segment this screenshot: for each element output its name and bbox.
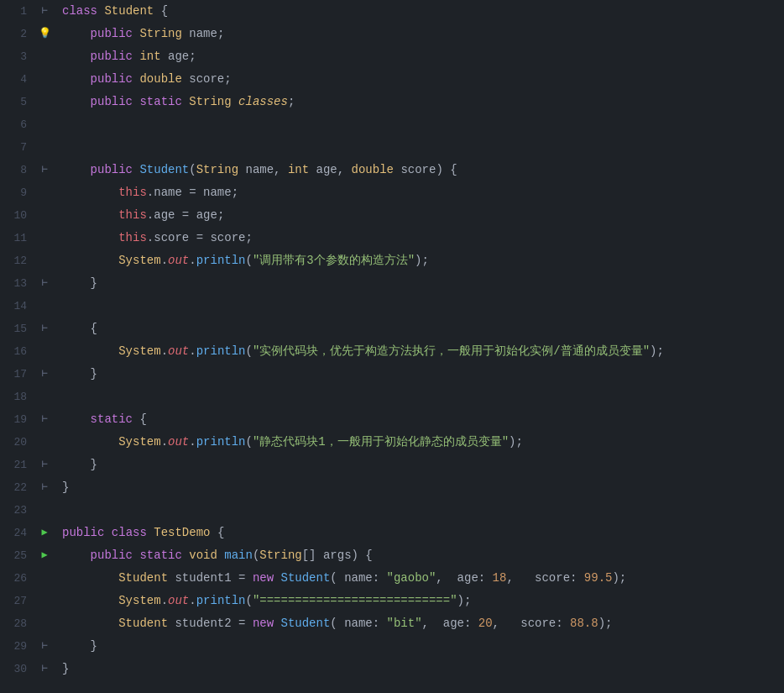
bulb-icon-2[interactable]: 💡 <box>35 23 54 45</box>
fold-icon-8[interactable]: ⊢ <box>35 159 54 181</box>
code-line-27: System.out.println("====================… <box>62 590 776 612</box>
code-line-7 <box>62 136 776 159</box>
fold-icon-29[interactable]: ⊢ <box>35 635 54 658</box>
code-line-12: System.out.println("调用带有3个参数的构造方法"); <box>62 249 776 272</box>
code-line-25: public static void main(String[] args) { <box>62 544 776 567</box>
code-line-1: class Student { <box>62 0 776 23</box>
code-line-10: this.age = age; <box>62 204 776 227</box>
code-line-9: this.name = name; <box>62 181 776 204</box>
code-line-18 <box>62 386 776 408</box>
code-line-15: { <box>62 318 776 340</box>
code-line-24: public class TestDemo { <box>62 522 776 544</box>
gutter-icons: ⊢ 💡 ⊢ ⊢ ⊢ ⊢ ⊢ ⊢ ⊢ ▶ ▶ ⊢ ⊢ <box>35 0 54 693</box>
code-line-22: } <box>62 476 776 499</box>
fold-icon-22[interactable]: ⊢ <box>35 476 54 499</box>
code-line-23 <box>62 499 776 522</box>
code-line-30: } <box>62 658 776 680</box>
code-line-8: public Student(String name, int age, dou… <box>62 159 776 181</box>
code-line-21: } <box>62 454 776 476</box>
code-line-20: System.out.println("静态代码块1，一般用于初始化静态的成员变… <box>62 431 776 454</box>
code-line-29: } <box>62 635 776 658</box>
code-line-4: public double score; <box>62 68 776 91</box>
code-line-26: Student student1 = new Student( name: "g… <box>62 567 776 590</box>
code-line-14 <box>62 295 776 318</box>
run-icon-25[interactable]: ▶ <box>35 544 54 567</box>
fold-icon-15[interactable]: ⊢ <box>35 318 54 340</box>
code-editor: 1 2 3 4 5 6 7 8 9 10 11 12 13 14 15 16 1… <box>0 0 784 693</box>
fold-icon-13[interactable]: ⊢ <box>35 272 54 295</box>
code-line-6 <box>62 113 776 136</box>
fold-icon-17[interactable]: ⊢ <box>35 363 54 386</box>
code-line-5: public static String classes; <box>62 91 776 113</box>
code-line-19: static { <box>62 408 776 431</box>
code-line-16: System.out.println("实例代码块，优先于构造方法执行，一般用于… <box>62 340 776 363</box>
code-line-13: } <box>62 272 776 295</box>
code-line-28: Student student2 = new Student( name: "b… <box>62 612 776 635</box>
code-line-3: public int age; <box>62 45 776 68</box>
fold-icon-1[interactable]: ⊢ <box>35 0 54 23</box>
fold-icon-19[interactable]: ⊢ <box>35 408 54 431</box>
fold-icon-30[interactable]: ⊢ <box>35 658 54 680</box>
code-content[interactable]: class Student { public String name; publ… <box>54 0 784 693</box>
code-line-2: public String name; <box>62 23 776 45</box>
line-numbers: 1 2 3 4 5 6 7 8 9 10 11 12 13 14 15 16 1… <box>0 0 35 693</box>
run-icon-24[interactable]: ▶ <box>35 522 54 544</box>
fold-icon-21[interactable]: ⊢ <box>35 454 54 476</box>
code-line-11: this.score = score; <box>62 227 776 249</box>
code-line-17: } <box>62 363 776 386</box>
